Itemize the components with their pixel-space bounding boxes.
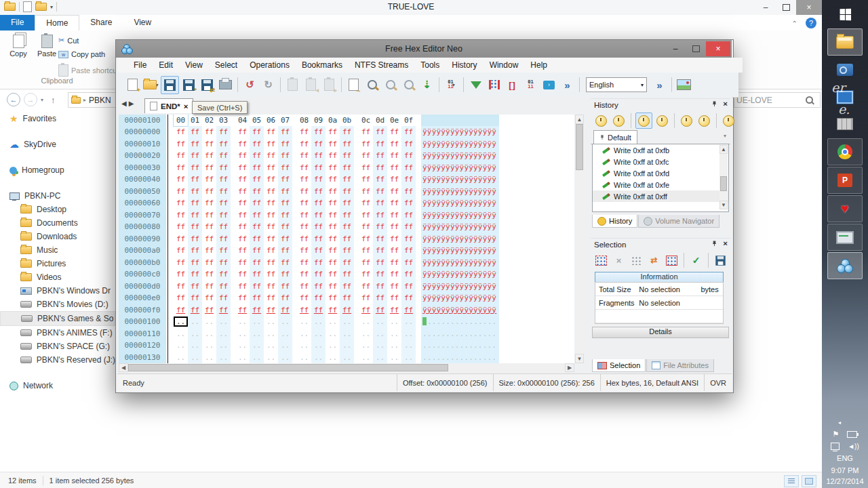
hex-cell[interactable]: ff xyxy=(188,197,202,209)
hex-cell[interactable]: ff xyxy=(174,292,188,304)
copy-as-button[interactable]: → xyxy=(345,77,362,94)
hex-cell[interactable]: ff xyxy=(278,186,292,198)
hex-cell[interactable]: .. xyxy=(216,340,231,352)
hex-cell[interactable]: ff xyxy=(235,126,250,138)
hex-cell[interactable]: ff xyxy=(216,268,231,281)
hex-cell[interactable]: ff xyxy=(250,292,264,304)
hex-cell[interactable]: ff xyxy=(373,174,387,186)
hex-cell[interactable]: ff xyxy=(235,162,250,174)
hex-cell[interactable]: ff xyxy=(387,268,401,281)
hex-cell[interactable]: ff xyxy=(264,281,278,293)
hex-row[interactable]: 00000010ffffffffffffffffffffffffffffffff… xyxy=(119,138,574,150)
panel-close-icon[interactable]: × xyxy=(723,239,728,247)
hex-cell[interactable]: ff xyxy=(188,268,202,281)
tab-scroll-right-icon[interactable]: ▶ xyxy=(129,100,134,107)
checksum-button[interactable]: [] xyxy=(504,77,521,94)
hex-cell[interactable]: ff xyxy=(264,138,278,150)
hex-cell[interactable]: ff xyxy=(250,197,264,209)
ascii-cell[interactable]: ÿÿÿÿÿÿÿÿÿÿÿÿÿÿÿÿ xyxy=(421,268,499,281)
hex-cell[interactable]: .. xyxy=(174,352,188,364)
hex-cell[interactable]: ff xyxy=(340,162,354,174)
hex-cell[interactable]: ff xyxy=(250,126,264,138)
scroll-up-icon[interactable]: ▲ xyxy=(719,145,728,154)
hex-cell[interactable]: ff xyxy=(359,126,373,138)
hex-cell[interactable]: ff xyxy=(297,162,311,174)
tab-share[interactable]: Share xyxy=(79,15,123,30)
hex-cell[interactable]: ff xyxy=(401,281,416,293)
move-selection-button[interactable]: ⇄ xyxy=(646,253,662,268)
hex-cell[interactable]: ff xyxy=(250,209,264,222)
hex-cell[interactable]: ff xyxy=(401,162,416,174)
hex-cell[interactable]: ff xyxy=(373,292,387,304)
hex-cell[interactable]: ff xyxy=(202,162,216,174)
hex-cell[interactable]: .. xyxy=(250,316,264,328)
hex-cell[interactable]: ff xyxy=(278,162,292,174)
hex-cell[interactable]: ff xyxy=(311,186,326,198)
hex-cell[interactable]: .. xyxy=(373,316,387,328)
language-indicator[interactable]: ENG xyxy=(822,454,868,462)
hex-cell[interactable]: ff xyxy=(311,209,326,222)
history-branches-button[interactable] xyxy=(654,113,670,128)
hex-cell[interactable]: .. xyxy=(202,352,216,364)
save-selection-button[interactable] xyxy=(713,253,728,268)
apply-selection-button[interactable]: ✓ xyxy=(688,253,704,268)
hex-cell[interactable]: .. xyxy=(326,328,340,340)
chrome[interactable] xyxy=(827,138,863,165)
define-selection-button[interactable] xyxy=(593,253,609,268)
hex-cell[interactable]: ff xyxy=(278,221,292,233)
history-options-button[interactable] xyxy=(721,113,736,128)
hex-cell[interactable]: .. xyxy=(235,352,250,364)
hex-cell[interactable]: ff xyxy=(297,304,311,317)
hex-cell[interactable]: ff xyxy=(216,138,231,150)
hex-cell[interactable]: ff xyxy=(359,268,373,281)
hex-cell[interactable]: ff xyxy=(297,150,311,162)
menu-history[interactable]: History xyxy=(446,58,482,72)
tab-file[interactable]: File xyxy=(0,15,35,30)
hex-cell[interactable]: .. xyxy=(311,340,326,352)
sidebar-item-music[interactable]: Music xyxy=(0,243,115,257)
hex-cell[interactable]: ff xyxy=(373,221,387,233)
hex-cell[interactable]: ff xyxy=(250,221,264,233)
hex-cell[interactable]: ff xyxy=(202,304,216,317)
hex-cell[interactable]: ff xyxy=(216,304,231,317)
hex-cell[interactable]: ff xyxy=(359,162,373,174)
history-item[interactable]: Write 0xff at 0xfe xyxy=(593,179,728,190)
hex-cell[interactable]: ff xyxy=(387,150,401,162)
hex-cell[interactable]: ff xyxy=(387,174,401,186)
hex-row[interactable]: 000000a0ffffffffffffffffffffffffffffffff… xyxy=(119,245,574,257)
hex-row[interactable]: 00000080ffffffffffffffffffffffffffffffff… xyxy=(119,221,574,233)
hex-cell[interactable]: .. xyxy=(202,328,216,340)
hex-cell[interactable]: ff xyxy=(401,233,416,245)
hex-cell[interactable]: ff xyxy=(216,126,231,138)
hex-cell[interactable]: ff xyxy=(278,209,292,222)
hex-cell[interactable]: .. xyxy=(278,316,292,328)
hex-cell[interactable]: ff xyxy=(326,233,340,245)
hex-row[interactable]: 000000b0ffffffffffffffffffffffffffffffff… xyxy=(119,257,574,269)
hex-cell[interactable]: ff xyxy=(278,138,292,150)
new-file-button[interactable]: + xyxy=(124,77,141,94)
hex-cell[interactable]: ff xyxy=(297,292,311,304)
hex-row[interactable]: 00000020ffffffffffffffffffffffffffffffff… xyxy=(119,150,574,162)
history-item[interactable]: Write 0xff at 0xfb xyxy=(593,144,728,156)
scroll-down-icon[interactable]: ▼ xyxy=(575,354,584,363)
hex-cell[interactable]: ff xyxy=(235,221,250,233)
hex-cell[interactable]: ff xyxy=(387,209,401,222)
status-overwrite-mode[interactable]: OVR xyxy=(704,374,732,391)
panel-tab-history[interactable]: History xyxy=(592,215,637,228)
scroll-down-icon[interactable]: ▼ xyxy=(719,201,728,209)
hex-cell[interactable]: ff xyxy=(401,304,416,317)
hex-cell[interactable]: ff xyxy=(359,233,373,245)
language-combo[interactable]: English▾ xyxy=(586,77,647,92)
help-icon[interactable]: ? xyxy=(806,18,816,28)
hex-cell[interactable]: .. xyxy=(387,352,401,364)
recent-pages-dropdown-icon[interactable]: ▾ xyxy=(41,97,43,103)
hex-cell[interactable]: ff xyxy=(174,209,188,222)
hex-cell[interactable]: ff xyxy=(250,233,264,245)
hex-cell[interactable]: ff xyxy=(264,174,278,186)
sidebar-item-desktop[interactable]: Desktop xyxy=(0,203,115,216)
tab-scroll-left-icon[interactable]: ◀ xyxy=(121,100,127,107)
pin-icon[interactable] xyxy=(711,240,717,247)
hex-cell[interactable]: ff xyxy=(264,126,278,138)
scroll-left-icon[interactable]: ◀ xyxy=(119,363,128,372)
tab-view[interactable]: View xyxy=(123,15,162,30)
